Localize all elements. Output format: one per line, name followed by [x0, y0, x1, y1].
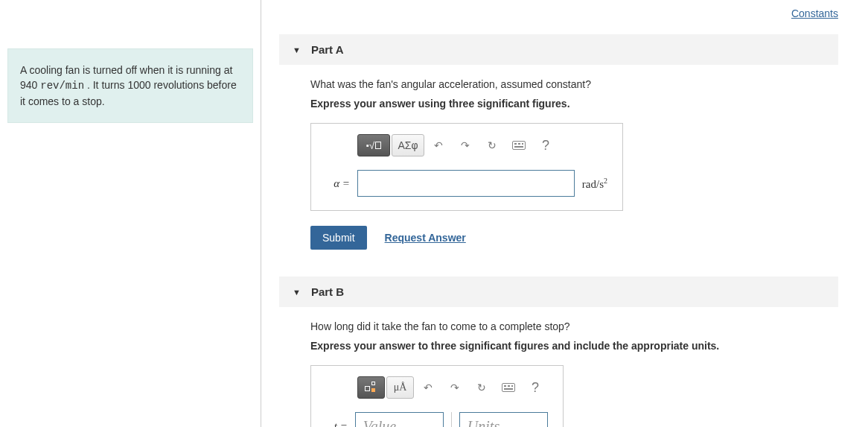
- submit-button[interactable]: Submit: [310, 226, 367, 250]
- part-b-title: Part B: [311, 285, 344, 298]
- part-b-hint: Express your answer to three significant…: [310, 340, 838, 352]
- undo-button[interactable]: ↶: [415, 376, 441, 399]
- greek-button[interactable]: ΑΣφ: [392, 134, 424, 156]
- part-b-toolbar: μÅ ↶ ↷ ↻ ?: [357, 376, 548, 399]
- right-column: Constants ▼ Part A What was the fan's an…: [261, 0, 868, 427]
- part-b-var-label: t =: [326, 420, 348, 428]
- part-a-body: What was the fan's angular acceleration,…: [279, 78, 838, 250]
- reset-button[interactable]: ↻: [479, 134, 505, 156]
- undo-button[interactable]: ↶: [426, 134, 451, 156]
- left-column: A cooling fan is turned off when it is r…: [0, 0, 261, 427]
- keyboard-button[interactable]: [496, 376, 521, 399]
- part-a-title: Part A: [311, 43, 344, 56]
- unit-symbols-button[interactable]: μÅ: [386, 376, 414, 399]
- redo-button[interactable]: ↷: [442, 376, 467, 399]
- part-a-toolbar: ▪√ ΑΣφ ↶ ↷ ↻ ?: [357, 134, 607, 156]
- problem-statement: A cooling fan is turned off when it is r…: [7, 48, 253, 123]
- part-b-input-row: t = Value Units: [326, 412, 548, 427]
- templates-button[interactable]: [357, 376, 385, 399]
- keyboard-icon: [512, 141, 526, 150]
- value-units-divider: [451, 412, 452, 427]
- templates-button[interactable]: ▪√: [357, 134, 390, 156]
- collapse-icon: ▼: [293, 288, 301, 297]
- help-button[interactable]: ?: [533, 134, 558, 156]
- part-a-input-row: α = rad/s2: [326, 170, 607, 197]
- help-button[interactable]: ?: [523, 376, 548, 399]
- part-a-units: rad/s2: [582, 177, 607, 191]
- part-b-body: How long did it take the fan to come to …: [279, 320, 838, 427]
- collapse-icon: ▼: [293, 45, 301, 54]
- part-a-question: What was the fan's angular acceleration,…: [310, 78, 838, 90]
- redo-button[interactable]: ↷: [453, 134, 478, 156]
- part-a-hint: Express your answer using three signific…: [310, 98, 838, 110]
- part-b-header[interactable]: ▼ Part B: [279, 276, 838, 307]
- constants-link[interactable]: Constants: [791, 7, 838, 19]
- keyboard-icon: [502, 383, 515, 392]
- part-b-value-input[interactable]: Value: [355, 412, 444, 427]
- part-a-var-label: α =: [326, 177, 350, 190]
- part-a-header[interactable]: ▼ Part A: [279, 34, 838, 65]
- problem-rate: rev/min: [40, 80, 84, 92]
- part-a-answer-input[interactable]: [357, 170, 575, 197]
- part-a-answer-box: ▪√ ΑΣφ ↶ ↷ ↻ ? α = rad/s2: [310, 123, 623, 211]
- part-a-actions: Submit Request Answer: [310, 226, 838, 250]
- part-b-units-input[interactable]: Units: [459, 412, 548, 427]
- request-answer-link[interactable]: Request Answer: [385, 232, 466, 244]
- part-b-answer-box: μÅ ↶ ↷ ↻ ? t = Value Units: [310, 365, 564, 427]
- reset-button[interactable]: ↻: [469, 376, 494, 399]
- keyboard-button[interactable]: [506, 134, 532, 156]
- constants-row: Constants: [279, 7, 838, 19]
- part-b-question: How long did it take the fan to come to …: [310, 320, 838, 332]
